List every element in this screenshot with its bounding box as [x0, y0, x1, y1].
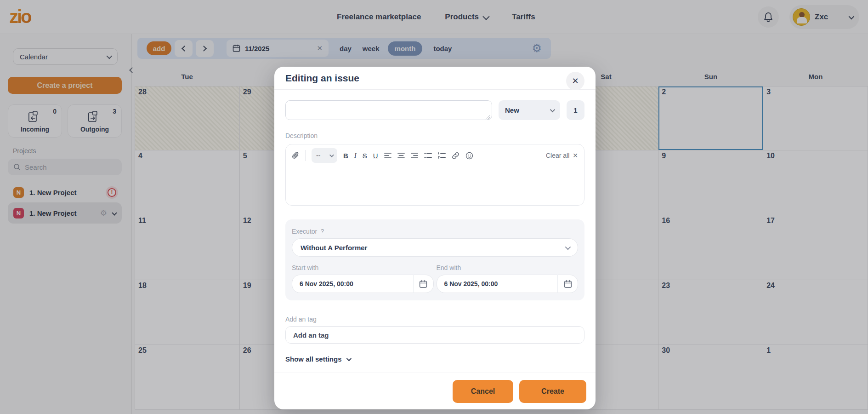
issue-title-input[interactable] [285, 100, 492, 120]
status-value: New [505, 106, 519, 114]
schedule-panel: Executor ? Without A Performer Start wit… [285, 219, 584, 300]
chevron-down-icon [550, 107, 555, 112]
divider [305, 150, 306, 161]
executor-select[interactable]: Without A Performer [292, 238, 578, 257]
chevron-down-icon [329, 153, 334, 157]
executor-value: Without A Performer [301, 244, 367, 252]
show-all-settings-button[interactable]: Show all settings [285, 355, 584, 363]
cancel-button[interactable]: Cancel [453, 380, 513, 403]
help-icon[interactable]: ? [321, 228, 324, 235]
align-center-icon[interactable] [397, 152, 405, 159]
emoji-icon[interactable] [465, 152, 473, 160]
tag-input[interactable] [285, 326, 584, 344]
show-all-settings-label: Show all settings [285, 355, 342, 363]
calendar-icon[interactable] [413, 275, 433, 293]
description-editor[interactable]: -- B I S U [285, 144, 584, 206]
modal-header: Editing an issue ✕ [274, 67, 596, 90]
ordered-list-icon[interactable] [438, 152, 446, 159]
modal-body: New 1 Description -- B I [274, 100, 596, 363]
link-icon[interactable] [452, 152, 460, 160]
start-date-field[interactable]: 6 Nov 2025, 00:00 [292, 275, 434, 293]
create-button[interactable]: Create [519, 380, 586, 403]
end-date-value: 6 Nov 2025, 00:00 [444, 280, 558, 288]
status-select[interactable]: New [499, 100, 560, 120]
close-icon[interactable]: ✕ [566, 72, 584, 90]
italic-button[interactable]: I [354, 152, 357, 160]
tag-label: Add an tag [285, 316, 584, 323]
editor-toolbar: -- B I S U [286, 144, 584, 167]
attach-icon[interactable] [292, 151, 299, 160]
align-left-icon[interactable] [384, 152, 391, 159]
start-date-value: 6 Nov 2025, 00:00 [300, 280, 413, 288]
format-select[interactable]: -- [312, 148, 337, 163]
bold-button[interactable]: B [343, 152, 348, 160]
calendar-icon[interactable] [557, 275, 578, 293]
strikethrough-button[interactable]: S [363, 152, 367, 160]
app-root: zio Freelance marketplace Products Tarif… [0, 0, 868, 414]
end-with-label: End with [437, 264, 579, 271]
issue-counter-badge: 1 [567, 100, 584, 120]
modal-footer: Cancel Create [274, 373, 596, 409]
close-icon: ✕ [573, 152, 578, 159]
clear-all-label: Clear all [546, 152, 569, 159]
executor-label: Executor [292, 228, 317, 235]
end-date-field[interactable]: 6 Nov 2025, 00:00 [437, 275, 579, 293]
align-right-icon[interactable] [411, 152, 418, 159]
issue-title-wrap [285, 100, 492, 122]
modal-title: Editing an issue [285, 73, 359, 84]
edit-issue-modal: Editing an issue ✕ New 1 Description [274, 67, 596, 409]
clear-all-button[interactable]: Clear all ✕ [546, 152, 578, 159]
bullet-list-icon[interactable] [424, 152, 432, 159]
description-content[interactable] [286, 167, 584, 205]
format-value: -- [316, 152, 320, 159]
chevron-down-icon [565, 244, 571, 250]
start-with-label: Start with [292, 264, 434, 271]
chevron-down-icon [346, 356, 351, 361]
underline-button[interactable]: U [373, 152, 378, 160]
description-label: Description [285, 132, 584, 139]
